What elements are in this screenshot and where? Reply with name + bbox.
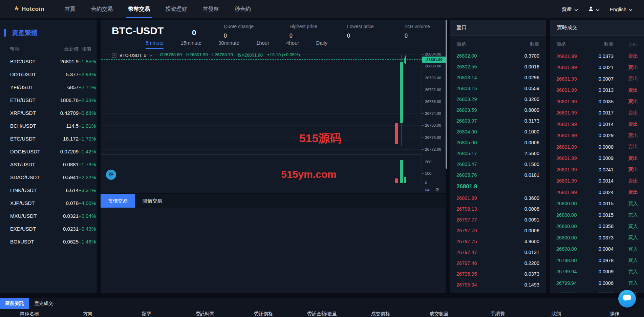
- market-row[interactable]: DOGE/USDT0.07209+1.42%: [0, 145, 97, 158]
- interval-tab-Daily[interactable]: Daily: [316, 40, 327, 49]
- market-row[interactable]: ETH/USDT1806.76+2.33%: [0, 93, 97, 106]
- trade-direction: 賣出: [614, 121, 638, 127]
- coin-pair: BCH/USDT: [10, 123, 50, 129]
- brand-logo[interactable]: Hotcoin: [13, 5, 44, 13]
- market-row[interactable]: LINK/USDT6.614+3.31%: [0, 184, 97, 196]
- trade-row: 26801.990.0014賣出: [550, 119, 644, 130]
- grid-icon[interactable]: [112, 53, 116, 58]
- trades-columns: 價格 數量 方向: [550, 41, 644, 47]
- orderbook-title: 盤口: [450, 20, 546, 36]
- trade-qty: 0.0007: [584, 76, 614, 82]
- chat-widget[interactable]: [618, 290, 636, 308]
- high-value: H26801.90: [186, 52, 208, 58]
- orderbook-ask-row[interactable]: 26803.140.0296: [450, 72, 546, 83]
- chevron-down-icon[interactable]: [149, 53, 152, 58]
- orderbook-bid-row[interactable]: 26797.760.0006: [450, 225, 546, 236]
- nav-item-2[interactable]: 幣幣交易: [128, 0, 150, 18]
- nav-item-4[interactable]: 首發幣: [203, 0, 219, 18]
- scrollbar[interactable]: [446, 20, 447, 169]
- legend-symbol[interactable]: BTC-USDT, 5: [120, 53, 146, 58]
- orderbook-bid-row[interactable]: 26798.130.0008: [450, 204, 546, 214]
- page-title-symbol: BTC-USDT: [112, 25, 164, 37]
- coin-price: 0.0881: [50, 162, 79, 167]
- coin-pair: LINK/USDT: [10, 187, 50, 193]
- market-row[interactable]: ETC/USDT18.172+1.70%: [0, 132, 97, 145]
- assets-menu[interactable]: 資產: [562, 6, 578, 13]
- nav-item-1[interactable]: 合約交易: [91, 0, 113, 18]
- orderbook-ask-row[interactable]: 26805.000.0006: [450, 137, 546, 148]
- bid-qty: 0.2200: [524, 260, 539, 266]
- orderbook-bid-row[interactable]: 26795.950.0373: [450, 269, 546, 279]
- trade-price: 26801.99: [556, 133, 584, 138]
- orderbook-ask-row[interactable]: 26802.000.3700: [450, 50, 546, 61]
- ask-price: 26805.47: [456, 162, 477, 167]
- orderbook-ask-row[interactable]: 26802.550.0016: [450, 61, 546, 72]
- interval-tab-30minute[interactable]: 30minute: [218, 40, 239, 49]
- interval-tab-5minute[interactable]: 5minute: [146, 40, 164, 49]
- nav-item-3[interactable]: 投资理财: [166, 0, 187, 18]
- orders-tab-歷史成交[interactable]: 歷史成交: [29, 298, 58, 309]
- screenshot-button[interactable]: [106, 170, 116, 180]
- chart-plot[interactable]: 26804.0026800.0026796.0026792.0026788.00…: [101, 51, 446, 193]
- ask-price: 26803.15: [456, 86, 477, 91]
- trade-row: 26798.000.0978買入: [550, 255, 644, 266]
- trade-direction: 買入: [614, 212, 638, 218]
- market-row[interactable]: EXD/USDT0.0231+0.43%: [0, 222, 97, 235]
- nav-item-0[interactable]: 首頁: [65, 0, 76, 18]
- language-menu[interactable]: English: [610, 6, 632, 12]
- orderbook-bid-row[interactable]: 26795.400.0093: [450, 290, 546, 293]
- orderbook-ask-row[interactable]: 26803.970.3173: [450, 115, 546, 126]
- orders-header-8: 手續費: [468, 311, 527, 317]
- gridline: [101, 149, 422, 150]
- market-row[interactable]: DOT/USDT5.377+2.93%: [0, 68, 97, 81]
- bid-price: 26797.77: [456, 217, 477, 223]
- orderbook-ask-row[interactable]: 26804.000.1000: [450, 126, 546, 137]
- market-row[interactable]: YFI/USDT6857+2.71%: [0, 81, 97, 93]
- interval-tab-15minute[interactable]: 15minute: [180, 40, 201, 49]
- trade-direction: 賣出: [614, 64, 638, 71]
- orderbook-ask-row[interactable]: 26803.590.8000: [450, 105, 546, 115]
- orderbook-ask-row[interactable]: 26805.760.0181: [450, 170, 546, 181]
- nav-item-5[interactable]: 秒合約: [235, 0, 251, 18]
- stat-value: 0: [347, 33, 374, 39]
- bid-price: 26795.94: [456, 282, 477, 288]
- coin-price: 114.5: [50, 123, 79, 129]
- gear-icon[interactable]: ⚙: [435, 187, 439, 192]
- orderbook-ask-row[interactable]: 26805.172.5600: [450, 148, 546, 159]
- trade-tab-市價交易[interactable]: 市價交易: [101, 194, 135, 208]
- trade-direction: 賣出: [614, 110, 638, 116]
- orderbook-bid-row[interactable]: 26797.470.0131: [450, 247, 546, 258]
- trade-qty: 0.0035: [584, 99, 614, 104]
- market-row[interactable]: BOI/USDT0.0625+1.46%: [0, 235, 97, 248]
- interval-tab-4hour[interactable]: 4hour: [286, 40, 299, 49]
- market-row[interactable]: BTC/USDT26801.9+1.85%: [0, 55, 97, 68]
- trade-qty: 0.0006: [584, 292, 614, 293]
- market-row[interactable]: BCH/USDT114.5+1.01%: [0, 119, 97, 132]
- orderbook-bid-row[interactable]: 26795.940.1493: [450, 279, 546, 290]
- orderbook-bid-row[interactable]: 26797.460.2200: [450, 258, 546, 269]
- stat-label: Quote change: [224, 24, 254, 29]
- market-row[interactable]: SDAO/USDT0.5941+2.22%: [0, 171, 97, 184]
- orderbook-ask-row[interactable]: 26805.470.1500: [450, 159, 546, 170]
- orderbook-ask-row[interactable]: 26803.290.3200: [450, 94, 546, 105]
- watermark-line2: 515ym.com: [281, 169, 336, 180]
- market-row[interactable]: MXU/USDT0.0321+0.94%: [0, 209, 97, 222]
- orderbook-bid-row[interactable]: 26797.770.0091: [450, 214, 546, 225]
- orderbook-ask-row[interactable]: 26803.150.0559: [450, 83, 546, 94]
- orders-header-1: 方向: [59, 311, 117, 317]
- trade-direction: 賣出: [614, 53, 638, 59]
- orderbook-bid-row[interactable]: 26797.754.9600: [450, 236, 546, 247]
- user-menu[interactable]: [588, 6, 600, 13]
- market-row[interactable]: XJP/USDT0.078+4.00%: [0, 196, 97, 209]
- orderbook-bid-row[interactable]: 26801.990.3600: [450, 193, 546, 204]
- interval-tab-1hour[interactable]: 1hour: [256, 40, 269, 49]
- market-row[interactable]: AST/USDT0.0881+1.73%: [0, 158, 97, 171]
- trade-row: 26801.990.0035賣出: [550, 96, 644, 107]
- trade-tab-限價交易[interactable]: 限價交易: [135, 194, 170, 208]
- market-row[interactable]: XRP/USDT0.42709+0.68%: [0, 106, 97, 119]
- price-axis-label: 26772.00: [425, 147, 441, 151]
- orders-tab-當前委託[interactable]: 當前委託: [0, 298, 29, 309]
- orderbook-panel: 盤口 價格 數量 26802.000.370026802.550.0016268…: [450, 20, 546, 293]
- orders-header-2: 類型: [117, 311, 176, 317]
- trade-direction: 買入: [614, 200, 638, 207]
